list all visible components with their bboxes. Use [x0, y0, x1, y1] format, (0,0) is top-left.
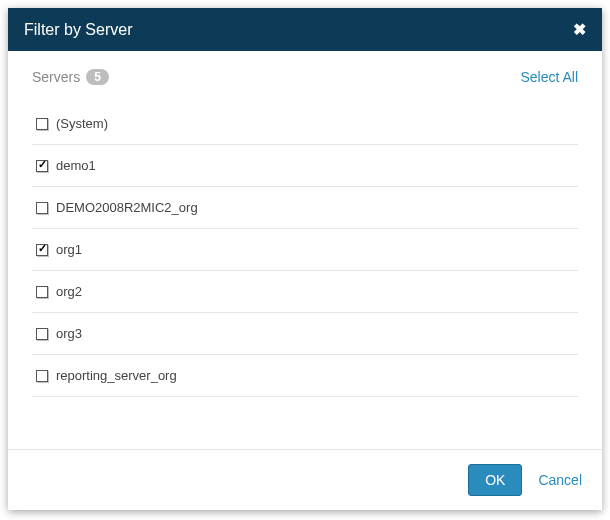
server-item-org2[interactable]: org2 [32, 271, 578, 313]
select-all-link[interactable]: Select All [520, 69, 578, 85]
server-label: org3 [56, 326, 82, 341]
filter-by-server-dialog: Filter by Server ✖ Servers 5 Select All … [8, 8, 602, 510]
server-item-reporting[interactable]: reporting_server_org [32, 355, 578, 397]
server-label: org1 [56, 242, 82, 257]
server-item-system[interactable]: (System) [32, 103, 578, 145]
dialog-body: Servers 5 Select All (System) demo1 DEMO… [8, 51, 602, 449]
server-label: DEMO2008R2MIC2_org [56, 200, 198, 215]
body-top: Servers 5 Select All [32, 69, 578, 85]
checkbox[interactable] [36, 286, 48, 298]
server-item-demo1[interactable]: demo1 [32, 145, 578, 187]
dialog-header: Filter by Server ✖ [8, 8, 602, 51]
server-label: demo1 [56, 158, 96, 173]
checkbox[interactable] [36, 244, 48, 256]
server-item-org3[interactable]: org3 [32, 313, 578, 355]
servers-label: Servers 5 [32, 69, 109, 85]
server-count-badge: 5 [86, 69, 109, 85]
servers-text: Servers [32, 69, 80, 85]
checkbox[interactable] [36, 118, 48, 130]
ok-button[interactable]: OK [468, 464, 522, 496]
server-item-demo2008[interactable]: DEMO2008R2MIC2_org [32, 187, 578, 229]
server-list: (System) demo1 DEMO2008R2MIC2_org org1 o… [32, 103, 578, 397]
dialog-footer: OK Cancel [8, 449, 602, 510]
server-item-org1[interactable]: org1 [32, 229, 578, 271]
server-label: org2 [56, 284, 82, 299]
server-label: reporting_server_org [56, 368, 177, 383]
checkbox[interactable] [36, 202, 48, 214]
close-icon[interactable]: ✖ [573, 20, 586, 39]
checkbox[interactable] [36, 328, 48, 340]
checkbox[interactable] [36, 160, 48, 172]
checkbox[interactable] [36, 370, 48, 382]
cancel-link[interactable]: Cancel [538, 472, 582, 488]
server-label: (System) [56, 116, 108, 131]
dialog-title: Filter by Server [24, 21, 132, 39]
